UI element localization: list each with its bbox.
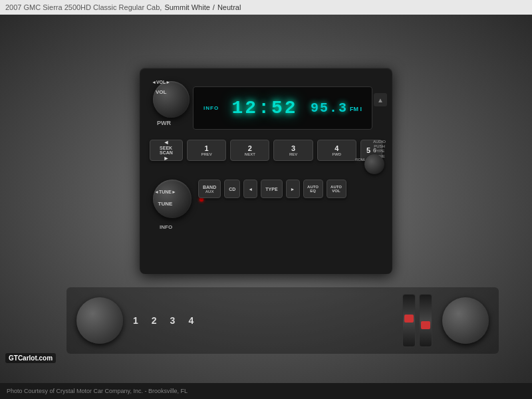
separator: / [213, 3, 215, 11]
seek-scan-label: SEEKSCAN [160, 146, 173, 155]
hvac-num-4: 4 [188, 315, 194, 326]
title-bar: 2007 GMC Sierra 2500HD Classic Regular C… [0, 0, 532, 15]
hvac-num-3: 3 [170, 315, 176, 326]
slider-handle-2 [421, 321, 430, 329]
type-button[interactable]: TYPE [261, 180, 282, 198]
auto-vol-label: AUTO VOL [331, 185, 342, 193]
preset-sub-1: PREV [201, 152, 211, 156]
hvac-left-knob[interactable] [76, 297, 123, 344]
hvac-num-2: 2 [152, 315, 157, 326]
type-label: TYPE [265, 187, 277, 192]
cd-label: CD [229, 187, 235, 192]
prev-track-button[interactable]: ◄ [243, 180, 257, 198]
prev-track-icon: ◄ [248, 187, 253, 192]
hvac-num-1: 1 [133, 315, 138, 326]
next-track-button[interactable]: ► [286, 180, 300, 198]
band-button[interactable]: BAND AUX [198, 180, 221, 198]
auto-vol-button[interactable]: AUTO VOL [327, 180, 346, 198]
power-label: PWR [157, 120, 171, 126]
car-model-title: 2007 GMC Sierra 2500HD Classic Regular C… [5, 3, 162, 11]
seek-right-arrow: ► [164, 155, 170, 162]
band-aux-row: BAND AUX CD ◄ TYPE ► AUTO EQ AUTO VOL [198, 180, 386, 198]
radio-unit: INFO 12:52 95.3 FM I ◄VOL► VOL PWR ◄ SEE… [140, 68, 392, 274]
temp-sliders [402, 294, 432, 347]
slider-handle-1 [404, 315, 414, 323]
color-title: Summit White [164, 3, 209, 11]
preset-sub-2: NEXT [245, 152, 255, 156]
preset-num-4: 4 [334, 144, 338, 152]
seek-left-arrow: ◄ [164, 139, 170, 146]
preset-num-2: 2 [248, 144, 252, 152]
next-track-icon: ► [291, 187, 295, 192]
display-band: FM I [350, 106, 362, 112]
cd-button[interactable]: CD [224, 180, 240, 198]
seek-left-button[interactable]: ◄ SEEKSCAN ► [150, 140, 183, 161]
auto-eq-label: AUTO EQ [307, 185, 319, 193]
audio-knob[interactable] [364, 154, 384, 174]
temp-slider-2[interactable] [419, 294, 432, 347]
preset-sub-4: FWD [332, 152, 341, 156]
preset-num-1: 1 [205, 144, 209, 152]
preset-num-5: 5 [366, 146, 370, 154]
aux-label: AUX [205, 190, 214, 194]
photo-area: INFO 12:52 95.3 FM I ◄VOL► VOL PWR ◄ SEE… [0, 15, 532, 383]
hvac-area: 1 2 3 4 [66, 287, 499, 354]
preset-button-4[interactable]: 4 FWD [317, 140, 356, 161]
radio-display: INFO 12:52 95.3 FM I [193, 86, 372, 130]
band-label: BAND [203, 185, 216, 190]
watermark-bar: Photo Courtesy of Crystal Motor Car Comp… [0, 383, 532, 399]
tune-knob[interactable] [153, 180, 192, 218]
watermark-text: Photo Courtesy of Crystal Motor Car Comp… [7, 388, 188, 394]
display-time: 12:52 [232, 98, 298, 118]
volume-knob[interactable] [153, 81, 190, 118]
interior-title: Neutral [217, 3, 241, 11]
auto-eq-button[interactable]: AUTO EQ [303, 180, 323, 198]
preset-button-3[interactable]: 3 REV [273, 140, 313, 161]
rdm-label: RDM [355, 158, 364, 162]
hvac-right-knob[interactable] [442, 297, 489, 344]
info-label: INFO [160, 224, 172, 230]
preset-button-2[interactable]: 2 NEXT [230, 140, 269, 161]
eject-button[interactable] [374, 93, 387, 106]
seek-scan-row: ◄ SEEKSCAN ► 1 PREV 2 NEXT 3 REV 4 FWD 5 [150, 140, 382, 161]
hvac-numbers: 1 2 3 4 [133, 315, 392, 326]
preset-button-1[interactable]: 1 PREV [187, 140, 226, 161]
preset-sub-3: REV [289, 152, 297, 156]
display-info-label: INFO [203, 105, 219, 111]
display-frequency: 95.3 [311, 100, 348, 116]
preset-num-3: 3 [291, 144, 295, 152]
gtcarlot-logo: GTCarlot.com [5, 353, 56, 363]
temp-slider-1[interactable] [402, 294, 416, 347]
